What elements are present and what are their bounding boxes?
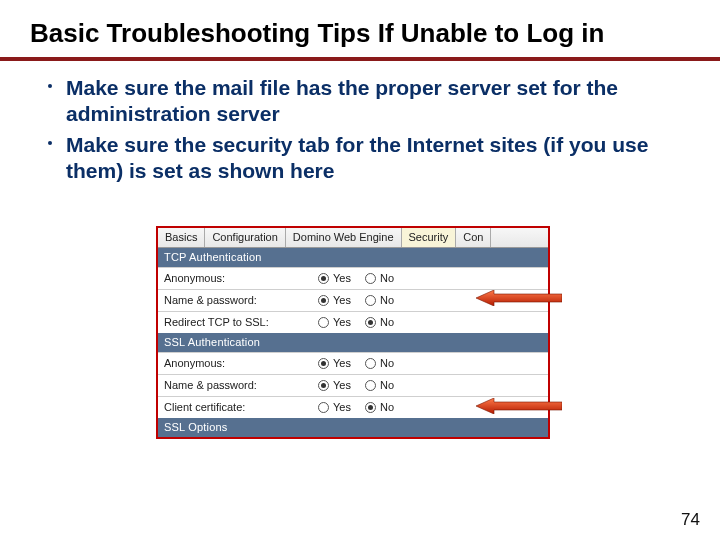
radio-icon	[365, 295, 376, 306]
section-header-ssl-options: SSL Options	[158, 418, 548, 437]
row-label: Anonymous:	[158, 268, 318, 289]
option-label: Yes	[333, 317, 351, 328]
row-label: Name & password:	[158, 375, 318, 396]
radio-no[interactable]: No	[365, 295, 394, 306]
radio-yes[interactable]: Yes	[318, 402, 351, 413]
radio-icon	[318, 358, 329, 369]
tab-bar: Basics Configuration Domino Web Engine S…	[158, 228, 548, 248]
tab-domino-web-engine[interactable]: Domino Web Engine	[286, 228, 402, 247]
option-label: Yes	[333, 402, 351, 413]
row-label: Redirect TCP to SSL:	[158, 312, 318, 333]
bullet-item: Make sure the mail file has the proper s…	[66, 75, 672, 128]
radio-no[interactable]: No	[365, 358, 394, 369]
bullet-dot-icon	[48, 141, 52, 145]
option-label: No	[380, 295, 394, 306]
arrow-icon	[476, 290, 562, 306]
row-options: Yes No	[318, 290, 394, 311]
radio-icon	[365, 317, 376, 328]
row-tcp-anonymous: Anonymous: Yes No	[158, 267, 548, 289]
row-ssl-anonymous: Anonymous: Yes No	[158, 352, 548, 374]
radio-icon	[365, 380, 376, 391]
tab-security[interactable]: Security	[402, 228, 457, 247]
page-number: 74	[681, 510, 700, 530]
row-options: Yes No	[318, 312, 394, 333]
option-label: No	[380, 358, 394, 369]
option-label: Yes	[333, 358, 351, 369]
bullet-item: Make sure the security tab for the Inter…	[66, 132, 672, 185]
option-label: No	[380, 380, 394, 391]
radio-yes[interactable]: Yes	[318, 358, 351, 369]
tab-basics[interactable]: Basics	[158, 228, 205, 247]
section-header-tcp-auth: TCP Authentication	[158, 248, 548, 267]
arrow-icon	[476, 398, 562, 414]
row-options: Yes No	[318, 353, 394, 374]
radio-icon	[365, 273, 376, 284]
svg-marker-1	[476, 398, 562, 414]
radio-no[interactable]: No	[365, 380, 394, 391]
row-options: Yes No	[318, 397, 394, 418]
tab-con[interactable]: Con	[456, 228, 491, 247]
row-label: Name & password:	[158, 290, 318, 311]
radio-yes[interactable]: Yes	[318, 317, 351, 328]
tab-configuration[interactable]: Configuration	[205, 228, 285, 247]
radio-yes[interactable]: Yes	[318, 380, 351, 391]
row-options: Yes No	[318, 268, 394, 289]
option-label: No	[380, 317, 394, 328]
row-label: Anonymous:	[158, 353, 318, 374]
row-tcp-redirect-ssl: Redirect TCP to SSL: Yes No	[158, 311, 548, 333]
radio-yes[interactable]: Yes	[318, 295, 351, 306]
radio-icon	[318, 295, 329, 306]
row-options: Yes No	[318, 375, 394, 396]
option-label: No	[380, 402, 394, 413]
row-ssl-name-password: Name & password: Yes No	[158, 374, 548, 396]
bullet-text: Make sure the security tab for the Inter…	[66, 133, 648, 182]
radio-icon	[365, 358, 376, 369]
slide-title: Basic Troubleshooting Tips If Unable to …	[0, 0, 720, 57]
section-header-ssl-auth: SSL Authentication	[158, 333, 548, 352]
row-label: Client certificate:	[158, 397, 318, 418]
radio-yes[interactable]: Yes	[318, 273, 351, 284]
radio-icon	[318, 317, 329, 328]
radio-icon	[318, 380, 329, 391]
radio-no[interactable]: No	[365, 273, 394, 284]
bullet-dot-icon	[48, 84, 52, 88]
radio-icon	[365, 402, 376, 413]
option-label: No	[380, 273, 394, 284]
bullet-text: Make sure the mail file has the proper s…	[66, 76, 618, 125]
svg-marker-0	[476, 290, 562, 306]
radio-icon	[318, 273, 329, 284]
option-label: Yes	[333, 273, 351, 284]
option-label: Yes	[333, 380, 351, 391]
radio-icon	[318, 402, 329, 413]
option-label: Yes	[333, 295, 351, 306]
bullet-list: Make sure the mail file has the proper s…	[0, 61, 720, 184]
radio-no[interactable]: No	[365, 317, 394, 328]
radio-no[interactable]: No	[365, 402, 394, 413]
